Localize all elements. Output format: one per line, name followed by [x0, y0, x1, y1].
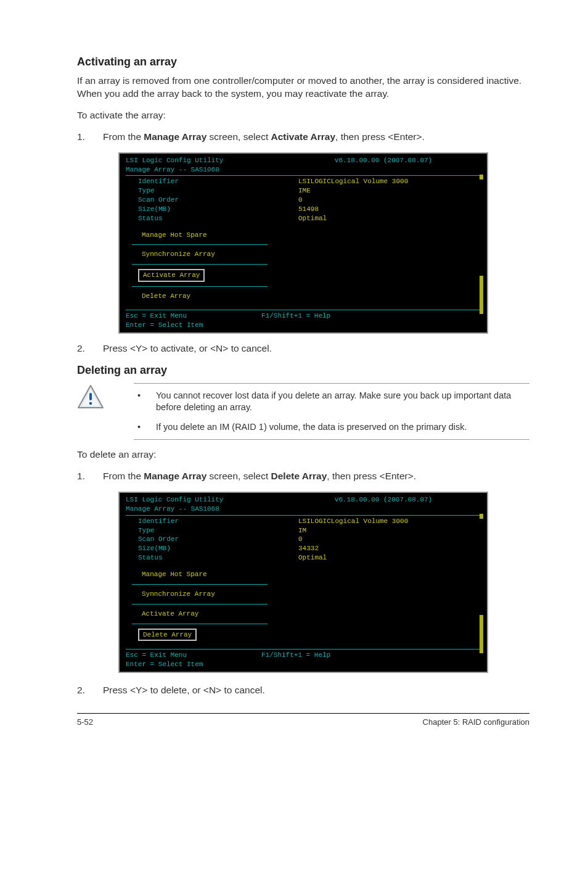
step-number: 1. — [77, 470, 103, 483]
terminal-version: v6.18.00.00 (2007.08.07) — [286, 495, 481, 505]
hint-esc: Esc = Exit Menu — [126, 651, 261, 660]
value-status: Optimal — [298, 214, 481, 223]
warning-callout: • You cannot recover lost data if you de… — [77, 383, 529, 440]
hint-enter: Enter = Select Item — [126, 321, 203, 330]
term-delete-array: Delete Array — [271, 471, 327, 481]
step-number: 2. — [77, 342, 103, 355]
bullet-icon: • — [134, 421, 156, 434]
para-activating-intro: If an array is removed from one controll… — [77, 75, 529, 101]
scroll-indicator — [480, 175, 483, 179]
text-fragment: , then press <Enter>. — [327, 471, 416, 481]
text-fragment: , then press <Enter>. — [335, 131, 425, 142]
value-scan-order: 0 — [298, 196, 481, 205]
scroll-indicator — [480, 514, 483, 519]
page-footer: 5-52 Chapter 5: RAID configuration — [77, 713, 529, 727]
warning-icon — [77, 384, 104, 411]
text-fragment: screen, select — [206, 471, 271, 481]
hint-enter: Enter = Select Item — [126, 660, 203, 669]
label-status: Status — [126, 214, 298, 223]
para-activating-lead: To activate the array: — [77, 109, 529, 122]
text-fragment: From the — [103, 471, 144, 481]
hint-esc: Esc = Exit Menu — [126, 311, 261, 321]
scroll-indicator — [480, 276, 483, 314]
terminal-activate: LSI Logic Config Utility v6.18.00.00 (20… — [118, 152, 488, 334]
label-identifier: Identifier — [126, 177, 298, 186]
menu-manage-hot-spare[interactable]: Manage Hot Spare — [138, 230, 211, 241]
text-fragment: screen, select — [206, 131, 271, 142]
value-size: 51498 — [298, 205, 481, 214]
label-type: Type — [126, 526, 298, 535]
menu-activate-array[interactable]: Activate Array — [138, 609, 202, 619]
value-type: IM — [298, 526, 481, 535]
scroll-indicator — [480, 615, 483, 653]
label-type: Type — [126, 186, 298, 196]
terminal-title: LSI Logic Config Utility — [126, 495, 286, 505]
value-identifier: LSILOGICLogical Volume 3000 — [298, 517, 481, 526]
value-type: IME — [298, 186, 481, 196]
step-text: Press <Y> to delete, or <N> to cancel. — [103, 684, 265, 697]
term-manage-array: Manage Array — [144, 471, 206, 481]
svg-point-3 — [89, 402, 92, 405]
chapter-title: Chapter 5: RAID configuration — [423, 717, 529, 727]
term-manage-array: Manage Array — [144, 131, 206, 142]
callout-text: You cannot recover lost data if you dele… — [156, 390, 529, 414]
terminal-subtitle: Manage Array -- SAS1068 — [126, 505, 219, 514]
menu-manage-hot-spare[interactable]: Manage Hot Spare — [138, 569, 211, 580]
menu-activate-array[interactable]: Activate Array — [138, 269, 205, 282]
hint-f1: F1/Shift+1 = Help — [261, 651, 330, 660]
step-2-activate: 2. Press <Y> to activate, or <N> to canc… — [77, 342, 529, 355]
bullet-icon: • — [134, 390, 156, 414]
terminal-version: v6.18.00.00 (2007.08.07) — [286, 156, 481, 165]
menu-synchronize-array[interactable]: Synnchronize Array — [138, 589, 219, 600]
callout-text: If you delete an IM (RAID 1) volume, the… — [156, 421, 467, 434]
heading-deleting: Deleting an array — [77, 364, 529, 377]
label-scan-order: Scan Order — [126, 535, 298, 544]
menu-synchronize-array[interactable]: Synnchronize Array — [138, 249, 219, 260]
label-identifier: Identifier — [126, 517, 298, 526]
value-identifier: LSILOGICLogical Volume 3000 — [298, 177, 481, 186]
terminal-title: LSI Logic Config Utility — [126, 156, 286, 165]
terminal-delete: LSI Logic Config Utility v6.18.00.00 (20… — [118, 492, 488, 673]
term-activate-array: Activate Array — [271, 131, 336, 142]
terminal-subtitle: Manage Array -- SAS1068 — [126, 165, 219, 175]
step-text: Press <Y> to activate, or <N> to cancel. — [103, 342, 272, 355]
label-size: Size(MB) — [126, 205, 298, 214]
page-number: 5-52 — [77, 717, 93, 727]
para-deleting-lead: To delete an array: — [77, 448, 529, 461]
hint-f1: F1/Shift+1 = Help — [261, 311, 330, 321]
value-scan-order: 0 — [298, 535, 481, 544]
value-status: Optimal — [298, 553, 481, 563]
menu-delete-array[interactable]: Delete Array — [138, 291, 194, 302]
step-number: 2. — [77, 684, 103, 697]
value-size: 34332 — [298, 544, 481, 553]
step-number: 1. — [77, 131, 103, 144]
heading-activating: Activating an array — [77, 56, 529, 68]
label-scan-order: Scan Order — [126, 196, 298, 205]
menu-delete-array[interactable]: Delete Array — [138, 629, 197, 642]
svg-rect-2 — [89, 393, 92, 400]
text-fragment: From the — [103, 131, 144, 142]
label-status: Status — [126, 553, 298, 563]
step-1-activate: 1. From the Manage Array screen, select … — [77, 131, 529, 144]
step-2-delete: 2. Press <Y> to delete, or <N> to cancel… — [77, 684, 529, 697]
step-1-delete: 1. From the Manage Array screen, select … — [77, 470, 529, 483]
label-size: Size(MB) — [126, 544, 298, 553]
